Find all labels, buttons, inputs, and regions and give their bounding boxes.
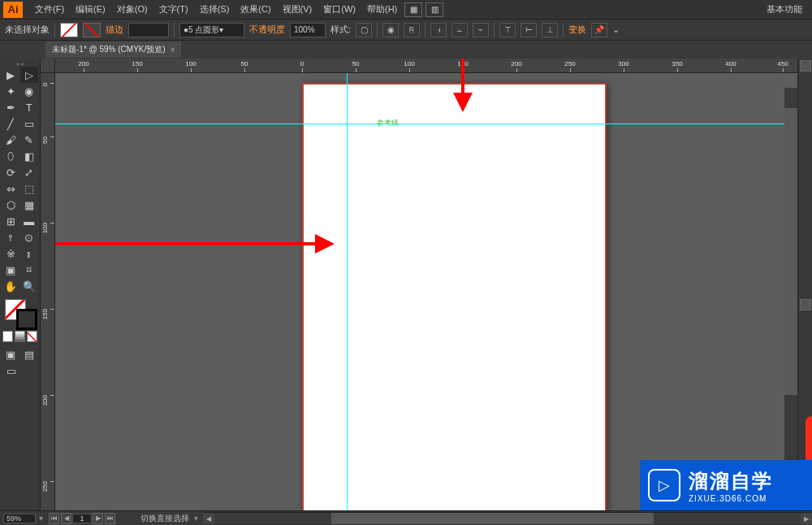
panel-toggle-1[interactable] bbox=[800, 60, 811, 72]
guide-horizontal[interactable] bbox=[55, 124, 797, 124]
opacity-label[interactable]: 不透明度 bbox=[249, 24, 285, 36]
align-left-icon[interactable]: ⫞ bbox=[430, 23, 447, 37]
menu-edit[interactable]: 编辑(E) bbox=[70, 3, 111, 15]
menu-file[interactable]: 文件(F) bbox=[29, 3, 70, 15]
menu-bar: Ai 文件(F) 编辑(E) 对象(O) 文字(T) 选择(S) 效果(C) 视… bbox=[0, 0, 812, 20]
document-tab[interactable]: 未标题-1* @ 59% (CMYK/预览) × bbox=[45, 41, 181, 58]
style-swatch[interactable]: ▢ bbox=[356, 23, 372, 37]
color-mode-none[interactable] bbox=[27, 331, 37, 342]
rotate-tool[interactable]: ⟳ bbox=[2, 164, 20, 180]
free-transform-tool[interactable]: ⬚ bbox=[20, 180, 39, 197]
menubar-right: 基本功能 bbox=[762, 3, 812, 15]
scrollbar-vertical-thumb[interactable] bbox=[784, 108, 797, 395]
align-vcenter-icon[interactable]: ⊢ bbox=[520, 23, 537, 37]
draw-behind-mode[interactable]: ▤ bbox=[20, 346, 39, 362]
status-dropdown-icon[interactable]: ▾ bbox=[194, 514, 198, 523]
next-artboard-button[interactable]: ▶ bbox=[93, 513, 103, 524]
paintbrush-tool[interactable]: 🖌 bbox=[2, 132, 20, 148]
menu-view[interactable]: 视图(V) bbox=[277, 3, 318, 15]
stroke-label[interactable]: 描边 bbox=[106, 24, 123, 36]
stroke-color[interactable] bbox=[16, 309, 37, 330]
rectangle-tool[interactable]: ▭ bbox=[20, 115, 39, 132]
blob-brush-tool[interactable]: ⬯ bbox=[2, 148, 20, 164]
ruler-origin[interactable] bbox=[41, 59, 55, 73]
artboard[interactable] bbox=[302, 83, 607, 510]
scroll-right-arrow[interactable]: ▶ bbox=[801, 513, 812, 524]
selection-tool[interactable]: ▶ bbox=[2, 67, 20, 83]
draw-normal-mode[interactable]: ▣ bbox=[2, 346, 20, 362]
scroll-left-arrow[interactable]: ◀ bbox=[203, 513, 214, 524]
arrange-documents-icon[interactable]: ▦ bbox=[404, 2, 422, 17]
transform-label[interactable]: 变换 bbox=[568, 24, 586, 36]
shape-builder-tool[interactable]: ⬡ bbox=[2, 197, 20, 213]
zoom-field[interactable]: 59% bbox=[3, 514, 36, 523]
panel-toggle-2[interactable] bbox=[800, 299, 811, 310]
status-tool-hint: 切换直接选择 bbox=[140, 513, 189, 524]
prev-artboard-button[interactable]: ◀ bbox=[61, 513, 71, 524]
slice-tool[interactable]: ⌗ bbox=[20, 262, 39, 278]
brush-field[interactable]: ● 5 点圆形 ▾ bbox=[179, 23, 244, 37]
artboard-tool[interactable]: ▣ bbox=[2, 262, 20, 278]
scale-tool[interactable]: ⤢ bbox=[20, 164, 39, 180]
dropdown-arrow[interactable]: ⌄ bbox=[612, 24, 620, 35]
eyedropper-tool[interactable]: ⫯ bbox=[2, 229, 20, 245]
last-artboard-button[interactable]: ⏭ bbox=[105, 513, 115, 524]
workspace-switcher[interactable]: 基本功能 bbox=[762, 3, 807, 15]
menu-type[interactable]: 文字(T) bbox=[153, 3, 194, 15]
menu-effect[interactable]: 效果(C) bbox=[235, 3, 276, 15]
blend-tool[interactable]: ⊙ bbox=[20, 229, 39, 245]
scrollbar-vertical[interactable] bbox=[784, 88, 797, 497]
pin-icon[interactable]: 📌 bbox=[591, 23, 607, 37]
scrollbar-horizontal-thumb[interactable] bbox=[331, 513, 654, 524]
fill-stroke-swatches[interactable] bbox=[2, 297, 38, 330]
type-tool[interactable]: T bbox=[20, 99, 39, 115]
width-tool[interactable]: ⇔ bbox=[2, 180, 20, 197]
mesh-tool[interactable]: ⊞ bbox=[2, 213, 20, 229]
hand-tool[interactable]: ✋ bbox=[2, 278, 20, 294]
stroke-weight-field[interactable] bbox=[128, 23, 169, 37]
ruler-v-tick: 50 bbox=[41, 137, 49, 144]
ruler-vertical[interactable]: 050100150200250 bbox=[41, 73, 55, 510]
gradient-tool[interactable]: ▬ bbox=[20, 213, 39, 229]
opacity-field[interactable]: 100% bbox=[290, 23, 326, 37]
align-bottom-icon[interactable]: ⊥ bbox=[542, 23, 558, 37]
pencil-tool[interactable]: ✎ bbox=[20, 132, 39, 148]
fill-swatch[interactable] bbox=[60, 23, 78, 37]
direct-selection-tool[interactable]: ▷ bbox=[20, 67, 39, 83]
toolbox-grip[interactable]: ▸◂ bbox=[2, 60, 38, 67]
scrollbar-horizontal[interactable]: ◀ ▶ bbox=[203, 512, 812, 525]
menu-help[interactable]: 帮助(H) bbox=[361, 3, 403, 15]
document-tab-bar: 未标题-1* @ 59% (CMYK/预览) × bbox=[0, 41, 812, 59]
eraser-tool[interactable]: ◧ bbox=[20, 148, 39, 164]
zoom-tool[interactable]: 🔍 bbox=[20, 278, 39, 294]
align-top-icon[interactable]: ⊤ bbox=[499, 23, 516, 37]
stroke-swatch[interactable] bbox=[83, 23, 101, 37]
menu-window[interactable]: 窗口(W) bbox=[317, 3, 361, 15]
lasso-tool[interactable]: ◉ bbox=[20, 83, 39, 99]
magic-wand-tool[interactable]: ✦ bbox=[2, 83, 20, 99]
align-hcenter-icon[interactable]: ⫠ bbox=[451, 23, 468, 37]
first-artboard-button[interactable]: ⏮ bbox=[49, 513, 59, 524]
color-mode-solid[interactable] bbox=[2, 331, 13, 342]
recolor-icon[interactable]: ◉ bbox=[382, 23, 399, 37]
symbol-sprayer-tool[interactable]: ※ bbox=[2, 245, 20, 262]
ruler-h-tick: 300 bbox=[618, 60, 628, 67]
screen-mode-icon[interactable]: ▥ bbox=[425, 2, 443, 17]
close-tab-icon[interactable]: × bbox=[171, 46, 175, 54]
menu-select[interactable]: 选择(S) bbox=[194, 3, 235, 15]
ruler-horizontal[interactable]: 20015010050050100150200250300350400450 bbox=[55, 59, 797, 73]
align-right-icon[interactable]: ⫟ bbox=[473, 23, 489, 37]
line-tool[interactable]: ╱ bbox=[2, 115, 20, 132]
menu-object[interactable]: 对象(O) bbox=[111, 3, 153, 15]
perspective-grid-tool[interactable]: ▦ bbox=[20, 197, 39, 213]
document-setup-icon[interactable]: ⎘ bbox=[404, 23, 420, 37]
watermark-title: 溜溜自学 bbox=[689, 468, 773, 494]
guide-vertical[interactable] bbox=[347, 73, 348, 510]
screen-mode-toggle[interactable]: ▭ bbox=[2, 362, 20, 379]
column-graph-tool[interactable]: ⫾ bbox=[20, 245, 39, 262]
pen-tool[interactable]: ✒ bbox=[2, 99, 20, 115]
canvas-viewport[interactable]: 参考线 bbox=[55, 73, 797, 510]
artboard-number-field[interactable]: 1 bbox=[72, 514, 92, 523]
color-mode-gradient[interactable] bbox=[15, 331, 25, 342]
zoom-dropdown-icon[interactable]: ▾ bbox=[39, 514, 43, 523]
